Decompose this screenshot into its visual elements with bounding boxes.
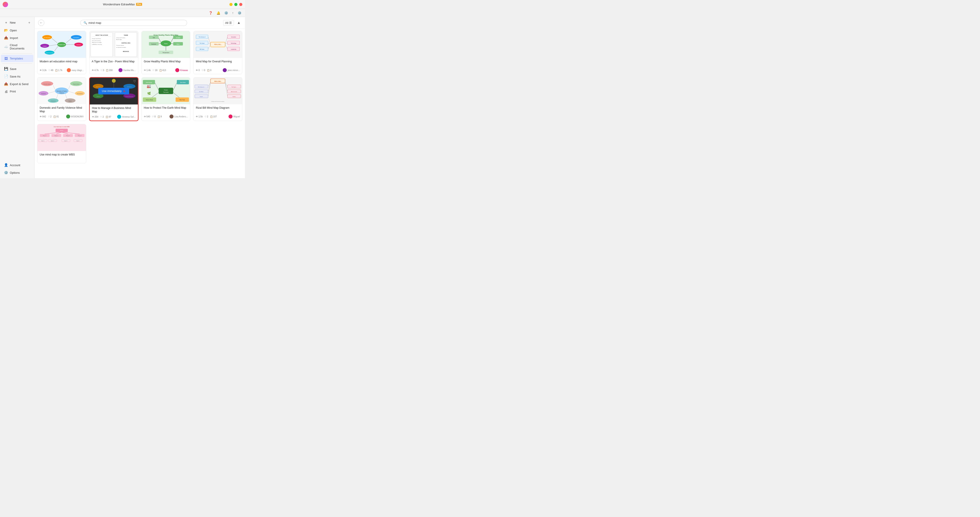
card-info-planning: Mind Map for Overall Planning 👁 0 ♡ 0 📋 … — [194, 58, 242, 74]
card-business[interactable]: Business Management Marketing Finance Op… — [89, 77, 138, 121]
all-filter-button[interactable]: All ☰ — [223, 20, 234, 25]
card-meta-earth: 👁 540 ♡ 0 📋 9 Lisa Anders... — [144, 115, 188, 118]
card-thumb-modern-art: Modern Art Art Nouveau Surrealism Cubism — [37, 31, 86, 58]
svg-text:MESSAGE: MESSAGE — [123, 51, 129, 52]
card-title-earth: How to Protect The Earth Mind Map — [144, 106, 188, 113]
svg-rect-115 — [159, 88, 173, 94]
app-title: Wondershare EdrawMax Pro — [103, 3, 142, 6]
svg-text:Achievements: Achievements — [231, 91, 237, 92]
search-area: ← 🔍 All ☰ ▲ — [35, 17, 245, 29]
svg-text:CENTRAL IDEA: CENTRAL IDEA — [121, 42, 130, 44]
sidebar-item-print[interactable]: 🖨 Print — [1, 88, 33, 95]
svg-text:Violence: Violence — [59, 92, 64, 94]
sidebar-item-save[interactable]: 💾 Save — [1, 65, 33, 73]
use-immediately-label: Use immediately — [102, 89, 122, 93]
card-title-violence: Domestic and Family Violence Mind Map — [40, 106, 84, 113]
cards-grid-scroll[interactable]: Modern Art Art Nouveau Surrealism Cubism — [35, 29, 245, 178]
svg-text:Task 1.1: Task 1.1 — [41, 141, 45, 142]
svg-text:ABOUT THE AUTHOR: ABOUT THE AUTHOR — [95, 35, 108, 36]
sidebar-item-import[interactable]: 📥 Import — [1, 34, 33, 41]
card-violence[interactable]: Domestic & Family Violence Economic abus… — [37, 77, 86, 121]
svg-text:Water: Water — [177, 43, 180, 45]
search-input[interactable] — [88, 21, 184, 24]
svg-text:The Earth: The Earth — [163, 92, 169, 93]
svg-text:an important message...: an important message... — [116, 47, 127, 48]
copies-tiger: 📋 200 — [106, 69, 113, 72]
card-plants[interactable]: Grow Healthy Plants Mind Map Plants Sunl… — [142, 31, 191, 74]
card-thumb-business: Business Management Marketing Finance Op… — [90, 78, 138, 105]
sidebar-item-export[interactable]: 📤 Export & Send — [1, 80, 33, 88]
svg-text:THEME: THEME — [124, 35, 128, 36]
saveas-icon: 📄 — [4, 75, 8, 78]
pro-badge: Pro — [136, 3, 142, 6]
svg-text:Modern Art: Modern Art — [58, 44, 65, 45]
card-thumb-violence: Domestic & Family Violence Economic abus… — [37, 78, 86, 104]
community-icon[interactable]: ⚙️ — [223, 11, 229, 15]
svg-text:Task 4.1: Task 4.1 — [76, 141, 80, 142]
sidebar-item-saveas[interactable]: 📄 Save As — [1, 73, 33, 80]
svg-text:Liberty and Freedom,: Liberty and Freedom, — [116, 37, 126, 38]
window-controls — [229, 3, 242, 6]
sidebar-item-save-label: Save — [10, 67, 16, 71]
svg-text:Task 2.1: Task 2.1 — [51, 141, 54, 142]
sidebar-item-templates[interactable]: 🖼 Templates — [1, 55, 33, 62]
card-planning[interactable]: REAL BILL The Genius of The Super Bill G… — [193, 31, 242, 74]
maximize-button[interactable] — [234, 3, 237, 6]
sidebar-item-new[interactable]: ＋ New + — [1, 19, 33, 27]
card-title-business: How to Manage A Business Mind Map — [92, 106, 136, 113]
cards-grid: Modern Art Art Nouveau Surrealism Cubism — [37, 31, 242, 163]
card-rizal[interactable]: REAL BILL The Genius of... His Works Imp… — [193, 77, 242, 121]
svg-text:Leadership: Leadership — [231, 49, 236, 50]
card-earth[interactable]: Protect The Earth Save Energy Save Water… — [142, 77, 191, 121]
card-title-modern-art: Modern art education mind map — [40, 60, 84, 67]
back-button[interactable]: ← — [38, 20, 45, 26]
card-meta-rizal: 👁 1.5k ♡ 2 📋 107 Miguel — [196, 115, 240, 118]
svg-text:Protect: Protect — [164, 89, 168, 91]
svg-text:Art Nouveau: Art Nouveau — [44, 37, 50, 38]
svg-text:Child abuse: Child abuse — [51, 100, 56, 102]
card-modern-art[interactable]: Modern Art Art Nouveau Surrealism Cubism — [37, 31, 86, 74]
settings-icon[interactable]: ⚙️ — [237, 11, 242, 15]
card-tiger[interactable]: ABOUT THE AUTHOR George Leslie Norris wa… — [89, 31, 138, 74]
author-modern-art: easy diagr... — [67, 68, 84, 72]
svg-text:🌿: 🌿 — [147, 92, 151, 95]
open-icon: 📂 — [4, 28, 8, 32]
svg-text:Soil: Soil — [153, 37, 154, 38]
author-business: Aneesa Saf... — [117, 115, 135, 119]
search-wrapper: 🔍 — [80, 20, 187, 26]
sidebar-item-open-label: Open — [10, 29, 17, 32]
author-violence: WS9DMJMV — [66, 115, 84, 118]
views-rizal: 👁 1.5k — [196, 115, 203, 118]
card-info-earth: How to Protect The Earth Mind Map 👁 540 … — [142, 104, 190, 120]
svg-text:Legacy: Legacy — [232, 96, 236, 97]
sidebar-item-options[interactable]: ⚙️ Options — [1, 169, 33, 177]
save-icon: 💾 — [4, 67, 8, 71]
sidebar-item-cloud[interactable]: ☁️ Cloud Documents — [1, 41, 33, 52]
svg-text:Reduce Waste: Reduce Waste — [146, 99, 153, 100]
svg-text:was a prize-winning: was a prize-winning — [92, 40, 101, 41]
scroll-top-button[interactable]: ▲ — [236, 20, 242, 25]
minimize-button[interactable] — [229, 3, 232, 6]
svg-text:🏭: 🏭 — [147, 84, 151, 88]
svg-text:REAL BILL: REAL BILL — [214, 44, 221, 45]
likes-earth: ♡ 0 — [152, 115, 156, 118]
share-icon[interactable]: ↑ — [231, 11, 234, 15]
card-info-violence: Domestic and Family Violence Mind Map 👁 … — [37, 104, 86, 120]
likes-business: ♡ 2 — [100, 116, 104, 118]
svg-text:Phase 1: Phase 1 — [43, 135, 47, 137]
close-button[interactable] — [239, 3, 242, 6]
notification-icon[interactable]: 🔔 — [216, 11, 221, 15]
likes-rizal: ♡ 2 — [204, 115, 208, 118]
sidebar-item-account[interactable]: 👤 Account — [1, 161, 33, 169]
views-modern-art: 👁 3.2k — [40, 69, 46, 72]
svg-text:Cubism: Cubism — [43, 45, 47, 47]
sidebar-item-open[interactable]: 📂 Open — [1, 27, 33, 34]
sidebar-item-print-label: Print — [10, 90, 16, 93]
heart-icon-business[interactable]: ♡ — [133, 80, 136, 83]
card-wbs[interactable]: Use mind map to create WBS Project Phase… — [37, 124, 86, 163]
use-immediately-button[interactable]: Use immediately ➤ — [98, 88, 129, 94]
svg-text:The Genius of: The Genius of — [199, 37, 205, 38]
card-info-tiger: A Tiger in the Zoo - Poem Mind Map 👁 4.7… — [89, 58, 138, 74]
help-icon[interactable]: ❓ — [208, 11, 213, 15]
svg-text:Project: Project — [60, 130, 64, 131]
